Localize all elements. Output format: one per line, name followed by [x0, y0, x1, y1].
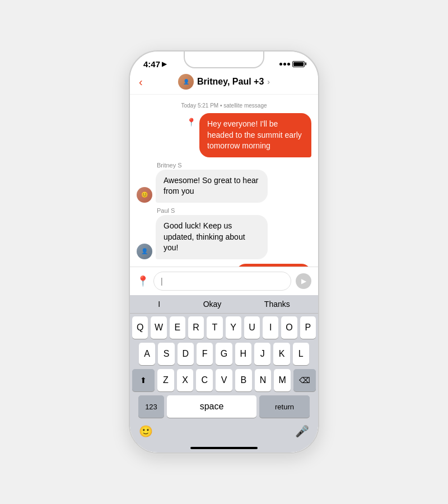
home-bar [190, 447, 258, 449]
chat-title[interactable]: 👤 Britney, Paul +3 › [178, 74, 270, 90]
key-p[interactable]: P [300, 316, 316, 339]
status-time: 4:47 ▶ [143, 59, 166, 69]
phone-screen: 4:47 ▶ [130, 52, 318, 452]
keyboard-row-2: A S D F G H J K L [130, 340, 318, 366]
sender-britney: Britney S [157, 162, 268, 169]
input-area: 📍 ▶ [130, 267, 318, 295]
key-n[interactable]: N [255, 369, 272, 391]
nav-header: ‹ 👤 Britney, Paul +3 › [130, 72, 318, 95]
quick-replies-bar: I Okay Thanks [130, 295, 318, 314]
bubble-paul: Good luck! Keep us updated, thinking abo… [156, 215, 268, 259]
timestamp-1: Today 5:21 PM • satellite message [137, 102, 311, 109]
key-o[interactable]: O [281, 316, 297, 339]
key-k[interactable]: K [273, 343, 290, 365]
message-outgoing-satellite-1: 📍 Hey everyone! I'll be headed to the su… [137, 113, 311, 157]
location-pin-icon: 📍 [186, 118, 196, 127]
chat-title-text: Britney, Paul +3 [197, 77, 264, 87]
key-u[interactable]: U [244, 316, 260, 339]
delete-key[interactable]: ⌫ [293, 369, 316, 391]
time-display: 4:47 [143, 59, 160, 69]
keyboard-row-1: Q W E R T Y U I O P [130, 314, 318, 340]
key-i[interactable]: I [263, 316, 278, 339]
key-m[interactable]: M [274, 369, 291, 391]
status-icons [279, 61, 305, 67]
key-c[interactable]: C [196, 369, 213, 391]
key-r[interactable]: R [188, 316, 204, 339]
keyboard-row-4: 123 space return [130, 393, 318, 421]
key-x[interactable]: X [177, 369, 194, 391]
key-z[interactable]: Z [157, 369, 174, 391]
quick-reply-thanks[interactable]: Thanks [264, 300, 290, 309]
status-bar: 4:47 ▶ [130, 52, 318, 72]
key-f[interactable]: F [197, 343, 213, 365]
message-incoming-britney: 😊 Britney S Awesome! So great to hear fr… [137, 162, 311, 203]
space-key[interactable]: space [167, 395, 256, 418]
chevron-right-icon: › [267, 77, 270, 86]
sender-paul: Paul S [157, 207, 268, 214]
group-avatar: 👤 [178, 74, 194, 90]
paul-message-content: Paul S Good luck! Keep us updated, think… [156, 207, 268, 259]
return-key[interactable]: return [259, 395, 310, 418]
shift-key[interactable]: ⬆ [132, 369, 155, 391]
message-input[interactable] [153, 272, 291, 291]
bubble-britney: Awesome! So great to hear from you [156, 170, 268, 203]
battery-icon [292, 61, 305, 67]
location-arrow-icon: ▶ [162, 60, 166, 68]
emoji-icon[interactable]: 🙂 [139, 424, 153, 438]
back-button[interactable]: ‹ [139, 76, 143, 88]
key-t[interactable]: T [207, 316, 222, 339]
send-button[interactable]: ▶ [296, 273, 311, 289]
key-v[interactable]: V [216, 369, 232, 391]
quick-reply-okay[interactable]: Okay [203, 300, 222, 309]
key-a[interactable]: A [139, 343, 155, 365]
avatar-paul: 👤 [137, 244, 152, 259]
keyboard-row-3: ⬆ Z X C V B N M ⌫ [130, 366, 318, 393]
key-s[interactable]: S [158, 343, 174, 365]
britney-message-content: Britney S Awesome! So great to hear from… [156, 162, 268, 203]
key-y[interactable]: Y [226, 316, 241, 339]
home-indicator [130, 444, 318, 452]
key-l[interactable]: L [293, 343, 309, 365]
phone-device: 4:47 ▶ [129, 50, 319, 454]
key-d[interactable]: D [178, 343, 194, 365]
key-h[interactable]: H [235, 343, 251, 365]
mic-icon[interactable]: 🎤 [295, 424, 309, 438]
bubble-outgoing-1: Hey everyone! I'll be headed to the summ… [199, 113, 311, 157]
message-incoming-paul: 👤 Paul S Good luck! Keep us updated, thi… [137, 207, 311, 259]
input-location-icon: 📍 [137, 275, 149, 287]
signal-icon [279, 63, 290, 66]
key-w[interactable]: W [151, 316, 166, 339]
key-j[interactable]: J [254, 343, 270, 365]
key-e[interactable]: E [170, 316, 185, 339]
key-b[interactable]: B [235, 369, 252, 391]
key-g[interactable]: G [216, 343, 232, 365]
avatar-britney: 😊 [137, 187, 152, 203]
send-icon: ▶ [301, 277, 306, 285]
messages-area: Today 5:21 PM • satellite message 📍 Hey … [130, 95, 318, 267]
keyboard: Q W E R T Y U I O P A S [130, 314, 318, 444]
quick-reply-i[interactable]: I [158, 300, 160, 309]
key-q[interactable]: Q [132, 316, 148, 339]
phone-frame: 4:47 ▶ [129, 50, 319, 454]
numbers-key[interactable]: 123 [138, 395, 164, 418]
keyboard-extras: 🙂 🎤 [130, 421, 318, 444]
